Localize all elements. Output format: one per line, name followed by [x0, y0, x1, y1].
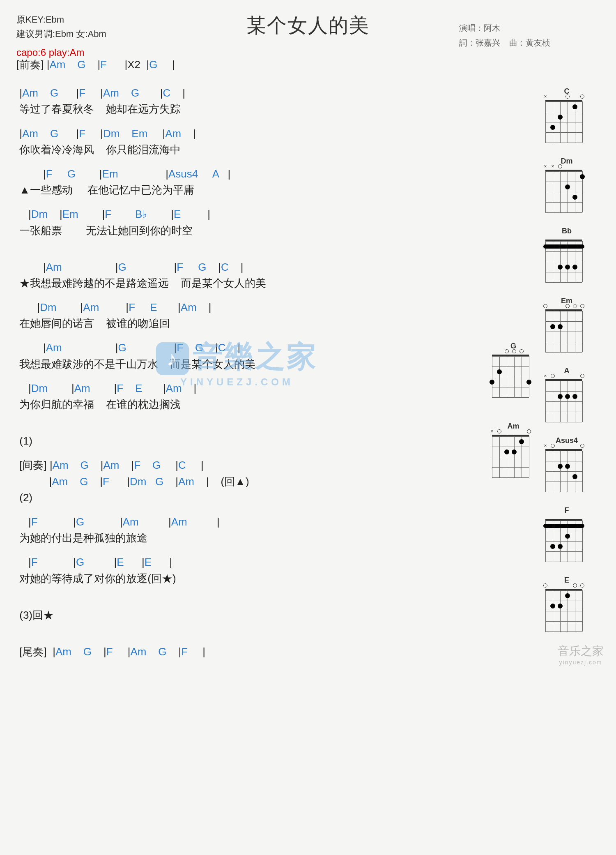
key-info: 原KEY:Ebm 建议男调:Ebm 女:Abm — [16, 12, 106, 41]
writer-credit: 詞：张嘉兴 曲：黄友桢 — [459, 35, 550, 50]
chord-line: |Am G |F |Am G |C | — [16, 87, 468, 99]
credits: 演唱：阿木 詞：张嘉兴 曲：黄友桢 — [459, 21, 550, 50]
singer-credit: 演唱：阿木 — [459, 21, 550, 35]
chord-diagram-label: Bb — [545, 227, 588, 235]
lyric-line: (2) — [16, 491, 468, 504]
chord-diagram-g: G — [492, 342, 535, 397]
original-key: 原KEY:Ebm — [16, 12, 106, 27]
lyric-line: ★我想最难跨越的不是路途遥远 而是某个女人的美 — [16, 277, 468, 290]
section-gap — [16, 422, 468, 435]
chord-line: |F G |Em |Asus4 A | — [16, 168, 468, 180]
section-gap — [16, 597, 468, 609]
section-label: [尾奏] — [16, 645, 53, 658]
chord-diagram-bb: Bb — [545, 227, 588, 282]
chord-line: |Am G |F |Dm G |Am | (回▲) — [16, 475, 468, 488]
chord-line: |Dm |Am |F E |Am | — [16, 382, 468, 395]
chord-diagram-a: A× — [545, 366, 588, 422]
chord-line: [尾奏] |Am G |F |Am G |F | — [16, 645, 468, 658]
lyric-line: 你吹着冷冷海风 你只能泪流海中 — [16, 143, 468, 156]
chord-line: [间奏] |Am G |Am |F G |C | — [16, 459, 468, 472]
chord-diagram-e: E — [545, 576, 588, 631]
chord-line: |F |G |Am |Am | — [16, 516, 468, 528]
section-gap — [16, 74, 468, 87]
suggested-key: 建议男调:Ebm 女:Abm — [16, 27, 106, 41]
lyric-line: (1) — [16, 435, 468, 447]
chord-diagram-asus4: Asus4× — [545, 436, 588, 492]
chord-diagram-em: Em — [545, 297, 588, 352]
chord-diagram-am: Am× — [492, 422, 535, 477]
lyric-line: 等过了春夏秋冬 她却在远方失踪 — [16, 103, 468, 115]
sheet-header: 原KEY:Ebm 建议男调:Ebm 女:Abm 某个女人的美 演唱：阿木 詞：张… — [16, 12, 600, 39]
chord-line: |Dm |Am |F E |Am | — [16, 301, 468, 314]
section-gap — [16, 249, 468, 261]
chord-diagram-dm: Dm×× — [545, 157, 588, 212]
lyric-line: 为她的付出是种孤独的旅途 — [16, 532, 468, 544]
lyric-line: 我想最难跋涉的不是千山万水 而是某个女人的美 — [16, 358, 468, 371]
chord-sheet: [前奏] |Am G |F |X2 |G | |Am G |F |Am G |C… — [16, 58, 468, 658]
chord-diagram-c: C× — [545, 87, 588, 143]
section-label: [间奏] — [16, 459, 50, 471]
lyric-line: (3)回★ — [16, 609, 468, 622]
chord-diagram-label: F — [545, 506, 588, 515]
lyric-line: 对她的等待成了对你的放逐(回★) — [16, 572, 468, 585]
chord-diagram-f: F — [545, 506, 588, 562]
corner-logo: 音乐之家 yinyuezj.com — [558, 643, 604, 666]
chord-line: |Am G |F |Dm Em |Am | — [16, 127, 468, 140]
chord-line: [前奏] |Am G |F |X2 |G | — [16, 58, 468, 71]
chord-line: |Am |G |F G |C | — [16, 261, 468, 274]
lyric-line: 一张船票 无法让她回到你的时空 — [16, 224, 468, 237]
chord-line: |Am |G |F G |C | — [16, 341, 468, 354]
lyric-line: ▲一些感动 在他记忆中已沦为平庸 — [16, 184, 468, 196]
section-gap — [16, 633, 468, 645]
lyric-line: 为你归航的幸福 在谁的枕边搁浅 — [16, 398, 468, 411]
chord-line: |Dm |Em |F B♭ |E | — [16, 208, 468, 221]
lyric-line: 在她唇间的诺言 被谁的吻追回 — [16, 317, 468, 330]
section-label: [前奏] — [16, 58, 47, 71]
chord-line: |F |G |E |E | — [16, 556, 468, 569]
